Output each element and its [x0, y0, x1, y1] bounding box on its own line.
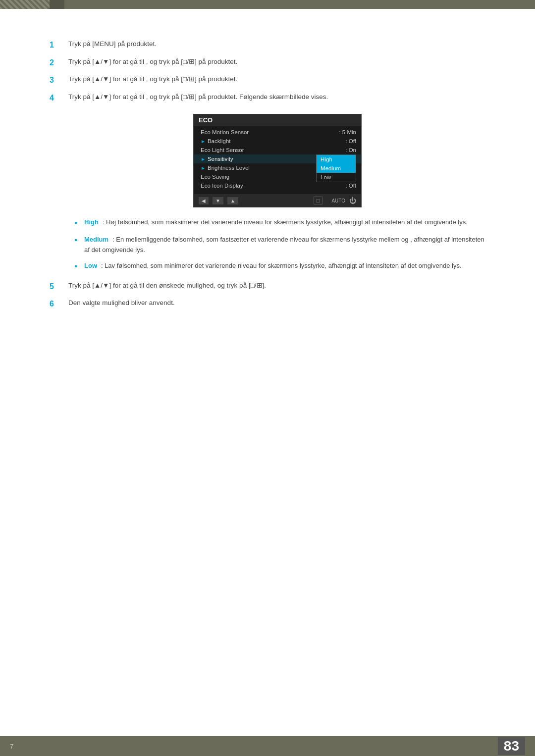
brightness-arrow-icon: ►	[201, 165, 206, 171]
bottom-page-big: 83	[498, 737, 525, 755]
eco-left-btn[interactable]: ◀	[199, 197, 209, 204]
eco-item-backlight-label: Backlight	[208, 138, 346, 144]
bullet-section: ▪ High : Høj følsomhed, som maksimerer d…	[74, 217, 485, 272]
step-3: 3 Tryk på [▲/▼] for at gå til , og tryk …	[50, 74, 485, 87]
eco-power-icon: ⏻	[349, 197, 356, 204]
eco-bottom-icons: ◀ ▼ ▲	[199, 197, 238, 204]
top-bar-accent	[0, 0, 50, 9]
eco-monitor-icon: □	[314, 197, 323, 204]
eco-auto-label: AUTO	[331, 198, 345, 203]
bullet-high-label: High	[84, 218, 99, 226]
eco-menu-box: ECO Eco Motion Sensor : 5 Min ► Backligh…	[193, 114, 362, 207]
eco-up-btn[interactable]: ▲	[227, 197, 238, 204]
eco-down-btn[interactable]: ▼	[213, 197, 223, 204]
backlight-arrow-icon: ►	[201, 139, 206, 144]
eco-bottom-bar: ◀ ▼ ▲ □ AUTO ⏻	[194, 194, 361, 207]
eco-menu-items: Eco Motion Sensor : 5 Min ► Backlight : …	[194, 126, 361, 192]
eco-item-motion-sensor-label: Eco Motion Sensor	[201, 129, 339, 135]
bullet-medium-text: : En mellemliggende følsomhed, som fasts…	[84, 236, 484, 253]
sensitivity-dropdown: High Medium Low	[316, 154, 356, 182]
bullet-high-text: : Høj følsomhed, som maksimerer det vari…	[103, 218, 468, 226]
bullet-high-block: High : Høj følsomhed, som maksimerer det…	[84, 217, 485, 228]
bullet-dot-high: ▪	[74, 217, 81, 228]
eco-menu-title: ECO	[194, 114, 361, 126]
sensitivity-arrow-icon: ►	[201, 156, 206, 162]
bullet-dot-low: ▪	[74, 261, 81, 272]
bullet-low-block: Low : Lav følsomhed, som minimerer det v…	[84, 261, 485, 271]
eco-item-light-sensor-value: : On	[345, 147, 356, 153]
step-6: 6 Den valgte mulighed bliver anvendt.	[50, 298, 485, 310]
steps-list: 1 Tryk på [MENU] på produktet. 2 Tryk på…	[50, 39, 485, 104]
bullet-medium-label: Medium	[84, 236, 108, 243]
step-2-num: 2	[50, 56, 64, 69]
sensitivity-option-high: High	[317, 155, 356, 164]
main-content: 1 Tryk på [MENU] på produktet. 2 Tryk på…	[0, 9, 535, 355]
step-4-num: 4	[50, 92, 64, 104]
bullet-medium-block: Medium : En mellemliggende følsomhed, so…	[84, 235, 485, 255]
sensitivity-option-medium: Medium	[317, 164, 356, 173]
step-3-text: Tryk på [▲/▼] for at gå til , og tryk på…	[68, 74, 485, 85]
step-3-num: 3	[50, 74, 64, 87]
eco-item-icon-display: Eco Icon Display : Off	[194, 181, 361, 190]
eco-item-sensitivity: ► Sensitivity : High Medium Low	[194, 154, 361, 163]
step-5: 5 Tryk på [▲/▼] for at gå til den ønsked…	[50, 280, 485, 293]
step-1: 1 Tryk på [MENU] på produktet.	[50, 39, 485, 51]
step-1-text: Tryk på [MENU] på produktet.	[68, 39, 485, 50]
eco-item-backlight: ► Backlight : Off	[194, 137, 361, 146]
step-2-text: Tryk på [▲/▼] for at gå til , og tryk på…	[68, 56, 485, 67]
top-bar-solid	[50, 0, 64, 9]
step-4: 4 Tryk på [▲/▼] for at gå til , og tryk …	[50, 92, 485, 104]
step-5-num: 5	[50, 280, 64, 293]
bullet-low-text: : Lav følsomhed, som minimerer det varie…	[101, 262, 462, 269]
eco-item-backlight-value: : Off	[345, 138, 356, 144]
bottom-page-number: 7	[10, 743, 13, 750]
step-6-num: 6	[50, 298, 64, 310]
step-1-num: 1	[50, 39, 64, 51]
eco-item-icon-display-label: Eco Icon Display	[201, 183, 345, 189]
bullet-dot-medium: ▪	[74, 235, 81, 246]
eco-item-icon-display-value: : Off	[345, 183, 356, 189]
eco-item-motion-sensor-value: : 5 Min	[339, 129, 356, 135]
bullet-low-label: Low	[84, 262, 97, 269]
eco-item-light-sensor-label: Eco Light Sensor	[201, 147, 345, 153]
step-5-text: Tryk på [▲/▼] for at gå til den ønskede …	[68, 280, 485, 291]
step-4-text: Tryk på [▲/▼] for at gå til , og tryk på…	[68, 92, 485, 102]
eco-menu-screenshot: ECO Eco Motion Sensor : 5 Min ► Backligh…	[69, 114, 485, 207]
top-bar	[0, 0, 535, 9]
bullet-low: ▪ Low : Lav følsomhed, som minimerer det…	[74, 261, 485, 272]
bottom-bar: 7 83	[0, 736, 535, 756]
bullet-high: ▪ High : Høj følsomhed, som maksimerer d…	[74, 217, 485, 228]
bullet-medium: ▪ Medium : En mellemliggende følsomhed, …	[74, 235, 485, 255]
sensitivity-option-low: Low	[317, 173, 356, 182]
step-6-text: Den valgte mulighed bliver anvendt.	[68, 298, 485, 308]
eco-item-motion-sensor: Eco Motion Sensor : 5 Min	[194, 128, 361, 137]
eco-item-light-sensor: Eco Light Sensor : On	[194, 146, 361, 154]
step-2: 2 Tryk på [▲/▼] for at gå til , og tryk …	[50, 56, 485, 69]
